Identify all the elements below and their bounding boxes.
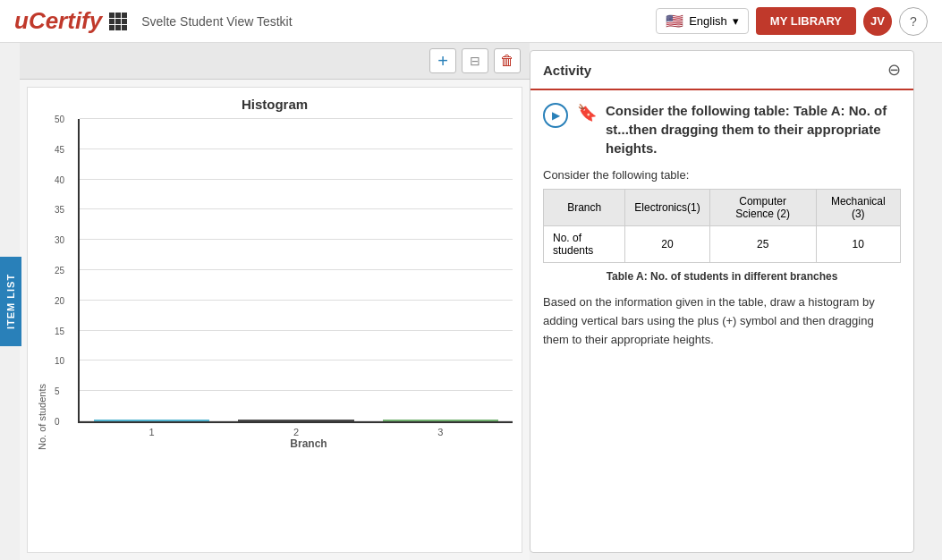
minimize-button[interactable]: ⊖: [887, 60, 901, 80]
y-tick-label: 25: [55, 266, 64, 276]
left-panel: + ⊟ 🗑 Histogram No. of students 05101520…: [20, 43, 530, 560]
avatar[interactable]: JV: [863, 7, 892, 36]
delete-button[interactable]: 🗑: [494, 48, 521, 73]
app-title: Svelte Student View Testkit: [141, 14, 656, 29]
bar[interactable]: [94, 420, 209, 421]
bar-group[interactable]: [224, 420, 368, 421]
grid-line: [80, 118, 513, 119]
question-row: ▶ 🔖 Consider the following table: Table …: [543, 101, 901, 157]
question-text: Consider the following table: Table A: N…: [606, 101, 901, 157]
logo: uCertify: [14, 7, 102, 35]
header: uCertify Svelte Student View Testkit 🇺🇸 …: [0, 0, 942, 43]
language-button[interactable]: 🇺🇸 English ▾: [656, 8, 749, 34]
grid-line: [80, 208, 513, 209]
chart-inner: 05101520253035404550123 Branch: [51, 119, 513, 450]
data-table: Branch Electronics(1) Computer Science (…: [543, 189, 901, 263]
grid-line: [80, 179, 513, 180]
chart-title: Histogram: [37, 97, 513, 112]
bar[interactable]: [383, 420, 498, 421]
help-button[interactable]: ?: [899, 7, 928, 36]
grid-line: [80, 300, 513, 301]
activity-body: ▶ 🔖 Consider the following table: Table …: [530, 90, 913, 360]
activity-header: Activity ⊖: [530, 51, 913, 90]
language-label: English: [689, 14, 727, 28]
x-axis: 123: [80, 423, 513, 437]
activity-title: Activity: [543, 63, 591, 78]
y-axis-label: No. of students: [37, 119, 47, 450]
bar[interactable]: [238, 420, 353, 421]
main-content: ITEM LIST + ⊟ 🗑 Histogram No. of student…: [0, 43, 942, 560]
bar-group[interactable]: [369, 420, 513, 421]
y-tick-label: 35: [55, 205, 64, 215]
y-tick-label: 5: [55, 386, 60, 396]
chart-container: No. of students 05101520253035404550123 …: [37, 119, 513, 450]
toolbar: + ⊟ 🗑: [20, 43, 530, 80]
description-text: Based on the information given in the ta…: [543, 293, 901, 349]
x-tick-label: 3: [369, 423, 513, 437]
table-header-branch: Branch: [544, 190, 625, 226]
y-tick-label: 15: [55, 326, 64, 335]
grid-line: [80, 330, 513, 331]
right-panel: Activity ⊖ ▶ 🔖 Consider the following ta…: [530, 50, 914, 553]
image-button[interactable]: ⊟: [462, 48, 488, 73]
table-caption: Table A: No. of students in different br…: [543, 270, 901, 283]
table-header-cs: Computer Science (2): [709, 190, 816, 226]
grid-line: [80, 239, 513, 240]
grid-area: 05101520253035404550123: [78, 119, 513, 423]
item-list-tab[interactable]: ITEM LIST: [0, 257, 21, 346]
table-header-electronics: Electronics(1): [625, 190, 709, 226]
grid-line: [80, 390, 513, 391]
y-tick-label: 30: [55, 235, 64, 245]
table-cell-cs: 25: [709, 226, 816, 263]
add-button[interactable]: +: [429, 48, 456, 73]
y-tick-label: 45: [55, 144, 64, 154]
y-tick-label: 20: [55, 295, 64, 305]
bar-group[interactable]: [80, 420, 224, 421]
consider-text: Consider the following table:: [543, 168, 901, 182]
table-cell-label: No. of students: [544, 226, 625, 263]
grid-line: [80, 148, 513, 149]
bars-container: [80, 420, 513, 421]
grid-icon[interactable]: [109, 13, 127, 30]
x-tick-label: 2: [224, 423, 368, 437]
x-tick-label: 1: [80, 423, 224, 437]
y-tick-label: 50: [55, 115, 64, 124]
y-tick-label: 10: [55, 356, 64, 366]
flag-icon: 🇺🇸: [666, 13, 683, 30]
chart-area: Histogram No. of students 05101520253035…: [27, 87, 522, 553]
x-axis-label: Branch: [105, 437, 513, 450]
play-button[interactable]: ▶: [543, 103, 568, 128]
bookmark-button[interactable]: 🔖: [577, 103, 597, 123]
y-tick-label: 40: [55, 174, 64, 184]
table-row: No. of students 20 25 10: [544, 226, 901, 263]
grid-line: [80, 269, 513, 270]
y-tick-label: 0: [55, 417, 60, 427]
my-library-button[interactable]: MY LIBRARY: [756, 7, 856, 35]
table-cell-electronics: 20: [625, 226, 709, 263]
chevron-down-icon: ▾: [733, 14, 739, 28]
table-cell-mechanical: 10: [816, 226, 900, 263]
grid-line: [80, 360, 513, 361]
table-header-mechanical: Mechanical (3): [816, 190, 900, 226]
